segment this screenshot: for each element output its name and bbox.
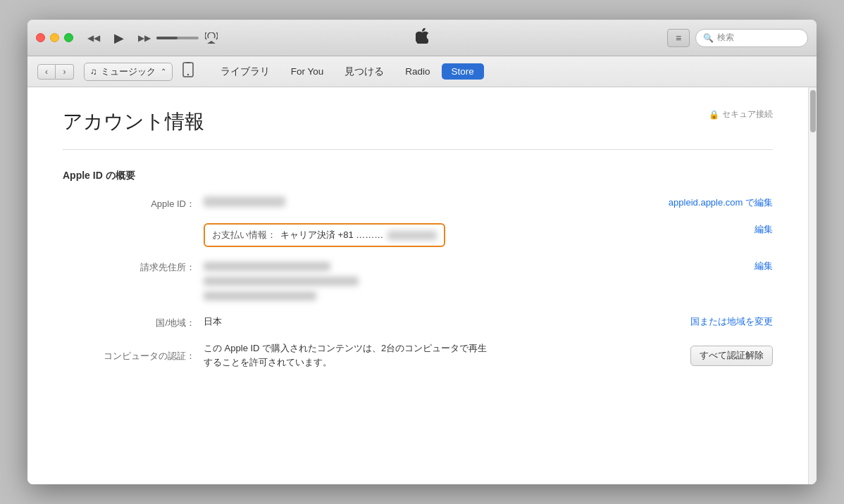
page-header: アカウント情報 🔒 セキュア接続 [63,108,773,135]
secure-badge: 🔒 セキュア接続 [709,108,773,120]
svg-point-2 [187,74,189,75]
payment-method-value: キャリア決済 +81 ……… [280,229,383,241]
rewind-button[interactable]: ◀◀ [85,31,103,45]
secure-label: セキュア接続 [722,108,773,120]
tab-library[interactable]: ライブラリ [211,63,280,81]
volume-slider[interactable] [156,37,199,39]
play-button[interactable]: ▶ [108,27,130,49]
toolbar: ‹ › ♫ ミュージック ⌃ ライブラリ For You [27,56,817,87]
apple-id-value: user@example.com [204,196,632,207]
playback-controls: ◀◀ ▶ ▶▶ [85,27,154,49]
minimize-button[interactable] [50,33,59,42]
address-lines [204,260,632,303]
payment-box: お支払い情報： キャリア決済 +81 ……… [204,223,445,247]
list-view-button[interactable]: ≡ [667,29,690,47]
payment-method-label: お支払い情報： [212,229,276,241]
itunes-window: ◀◀ ▶ ▶▶ ≡ 🔍 検索 [27,20,817,484]
back-icon: ‹ [45,67,48,77]
payment-value: お支払い情報： キャリア決済 +81 ……… [204,223,632,247]
address-line-2 [204,277,359,286]
fast-forward-button[interactable]: ▶▶ [135,31,154,45]
nav-tabs: ライブラリ For You 見つける Radio Store [211,63,484,81]
address-line-1 [204,262,330,271]
info-table: Apple ID： user@example.com appleid.apple… [63,196,773,369]
device-icon[interactable] [182,62,194,81]
maximize-button[interactable] [64,33,73,42]
forward-button[interactable]: › [56,64,74,80]
section-title: Apple ID の概要 [63,170,773,182]
forward-icon: › [63,67,66,77]
back-button[interactable]: ‹ [37,64,56,80]
apple-id-blurred: user@example.com [204,196,285,207]
computer-auth-label: コンピュータの認証： [63,348,204,363]
billing-label: 請求先住所： [63,260,204,274]
deauthorize-button[interactable]: すべて認証解除 [690,346,773,366]
address-line-3 [204,291,316,301]
tab-for-you[interactable]: For You [281,63,334,80]
billing-action[interactable]: 編集 [632,260,773,272]
payment-label-text [63,223,204,225]
country-action[interactable]: 国または地域を変更 [632,315,773,328]
search-icon: 🔍 [703,33,714,43]
computer-auth-row: コンピュータの認証： この Apple ID で購入されたコンテンツは、2台のコ… [63,342,773,369]
payment-blurred [387,231,437,240]
billing-value [204,260,632,303]
airplay-button[interactable] [201,28,221,48]
deauthorize-btn-wrapper: すべて認証解除 [632,346,773,366]
apple-id-action[interactable]: appleid.apple.com で編集 [632,196,773,209]
scrollbar[interactable] [808,87,817,484]
traffic-lights [36,33,73,42]
titlebar-right: ≡ 🔍 検索 [667,29,808,47]
payment-action[interactable]: 編集 [632,223,773,236]
country-label: 国/地域： [63,315,204,329]
content-area: アカウント情報 🔒 セキュア接続 Apple ID の概要 Apple ID： … [27,87,808,484]
computer-auth-value: この Apple ID で購入されたコンテンツは、2台のコンピュータで再生 する… [204,342,632,369]
list-view-icon: ≡ [676,32,681,44]
svg-rect-3 [186,63,190,64]
chevron-icon: ⌃ [161,68,166,75]
titlebar: ◀◀ ▶ ▶▶ ≡ 🔍 検索 [27,20,817,56]
source-label: ミュージック [101,65,156,78]
country-value: 日本 [204,315,632,328]
source-select[interactable]: ♫ ミュージック ⌃ [84,63,173,81]
svg-marker-0 [207,41,216,44]
country-row: 国/地域： 日本 国または地域を変更 [63,315,773,329]
lock-icon: 🔒 [709,110,719,120]
apple-id-label: Apple ID： [63,196,204,210]
scrollbar-thumb[interactable] [810,90,816,132]
apple-logo [416,28,428,47]
search-box[interactable]: 🔍 検索 [695,29,808,47]
close-button[interactable] [36,33,45,42]
tab-store[interactable]: Store [442,63,484,80]
header-divider [63,149,773,150]
tab-discover[interactable]: 見つける [335,63,394,81]
tab-radio[interactable]: Radio [395,63,440,80]
music-note-icon: ♫ [90,66,97,77]
billing-row: 請求先住所： 編集 [63,260,773,303]
page-title: アカウント情報 [63,108,204,135]
search-placeholder: 検索 [717,32,734,44]
main-content: アカウント情報 🔒 セキュア接続 Apple ID の概要 Apple ID： … [27,87,817,484]
payment-row: お支払い情報： キャリア決済 +81 ……… 編集 [63,223,773,247]
apple-id-row: Apple ID： user@example.com appleid.apple… [63,196,773,210]
nav-buttons: ‹ › [37,64,74,80]
